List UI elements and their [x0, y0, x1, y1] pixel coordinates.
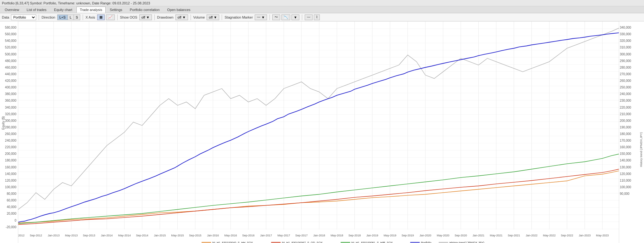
tab-trade-analysis[interactable]: Trade analysis — [76, 7, 106, 13]
direction-l-btn[interactable]: L — [68, 15, 74, 20]
separator-2 — [83, 14, 83, 20]
data-label: Data — [2, 15, 9, 19]
tab-settings[interactable]: Settings — [106, 7, 126, 13]
nav-tabs: Overview List of trades Equity chart Tra… — [0, 6, 644, 13]
y-right-label: 230,000 — [620, 99, 631, 102]
svg-text:Jan-2017: Jan-2017 — [260, 234, 272, 237]
y-left-label: 460,000 — [0, 66, 16, 69]
y-left-label: 120,000 — [0, 179, 16, 182]
separator-6 — [222, 14, 222, 20]
drawdown-btn[interactable]: off ▼ — [175, 14, 188, 20]
x-axis-label: X Axis — [86, 15, 95, 19]
svg-text:Sep-2022: Sep-2022 — [561, 234, 573, 237]
y-left-label: 20,000 — [0, 212, 16, 215]
separator-3 — [117, 14, 118, 20]
svg-text:Sep-2016: Sep-2016 — [242, 234, 254, 237]
svg-text:NI_H1_830100081_S_HIR_SQX: NI_H1_830100081_S_HIR_SQX — [352, 241, 393, 243]
tab-list-of-trades[interactable]: List of trades — [23, 7, 50, 13]
svg-rect-1 — [18, 21, 619, 229]
y-left-label: 260,000 — [0, 132, 16, 136]
y-left-label: 360,000 — [0, 99, 16, 102]
y-left-label: 560,000 — [0, 32, 16, 36]
y-left-label: 100,000 — [0, 185, 16, 189]
chart-type-btn-3[interactable]: ▼ — [291, 14, 299, 20]
chart-container: Equity ($) 580,000560,000540,000520,0005… — [0, 21, 644, 243]
y-right-label: 330,000 — [620, 32, 631, 36]
toolbar: Data Portfolio Direction L+S L S X Axis … — [0, 13, 644, 21]
direction-s-btn[interactable]: S — [74, 15, 80, 20]
y-axis-right-title: History trend (JPNIDX,JPY) — [640, 132, 643, 167]
y-right-label: 220,000 — [620, 106, 631, 109]
y-left-label: 540,000 — [0, 39, 16, 42]
direction-ls-btn[interactable]: L+S — [58, 15, 68, 20]
svg-text:Jan-2020: Jan-2020 — [419, 234, 431, 237]
svg-text:Jan-2023: Jan-2023 — [579, 234, 591, 237]
x-axis-btn-2[interactable]: 📈 — [106, 14, 115, 20]
svg-text:Sep-2013: Sep-2013 — [83, 234, 95, 237]
y-right-label: 340,000 — [620, 26, 631, 29]
svg-text:Sep-2017: Sep-2017 — [295, 234, 308, 237]
chart-type-btn-1[interactable]: 〜 — [272, 14, 280, 20]
tab-open-balances[interactable]: Open balances — [164, 7, 194, 13]
stagnation-btn[interactable]: 〰 ▼ — [255, 14, 267, 20]
svg-text:May-2014: May-2014 — [118, 234, 131, 237]
svg-text:Jan-2019: Jan-2019 — [366, 234, 378, 237]
y-right-label: 250,000 — [620, 86, 631, 89]
svg-text:May-2015: May-2015 — [171, 234, 184, 237]
y-right-label: 110,000 — [620, 179, 631, 182]
direction-group: L+S L S — [57, 14, 80, 20]
chart-type-btn-4[interactable]: 〰 — [305, 14, 313, 20]
data-select[interactable]: Portfolio — [11, 14, 36, 20]
y-right-label: 300,000 — [620, 53, 631, 56]
svg-text:May-2020: May-2020 — [437, 234, 449, 237]
svg-text:Sep-2012: Sep-2012 — [30, 234, 42, 237]
y-left-label: 180,000 — [0, 159, 16, 162]
svg-text:Sep-2015: Sep-2015 — [189, 234, 201, 237]
y-right-label: 180,000 — [620, 132, 631, 136]
svg-text:NI_H1_830100040_S_HH_SQX: NI_H1_830100040_S_HH_SQX — [212, 241, 253, 243]
y-left-label: 420,000 — [0, 79, 16, 82]
y-right-label: 280,000 — [620, 66, 631, 69]
y-right-label: 130,000 — [620, 166, 631, 169]
y-left-label: 400,000 — [0, 86, 16, 89]
y-left-label: 240,000 — [0, 139, 16, 142]
svg-text:May-2012: May-2012 — [18, 234, 25, 237]
volume-btn[interactable]: off ▼ — [207, 14, 219, 20]
y-right-label: 210,000 — [620, 112, 631, 116]
y-left-label: 60,000 — [0, 199, 16, 202]
svg-text:May-2023: May-2023 — [596, 234, 609, 237]
svg-text:Jan-2022: Jan-2022 — [526, 234, 538, 237]
y-right-label: 120,000 — [620, 172, 631, 176]
tab-overview[interactable]: Overview — [1, 7, 23, 13]
y-axis-right: 340,000330,000320,000310,000300,000290,0… — [619, 21, 644, 243]
y-left-label: 580,000 — [0, 26, 16, 29]
y-right-label: 100,000 — [620, 185, 631, 189]
y-left-label: 520,000 — [0, 46, 16, 49]
chart-type-btn-5[interactable]: ⌇ — [314, 14, 320, 20]
y-right-label: 160,000 — [620, 145, 631, 149]
y-left-label: 380,000 — [0, 92, 16, 96]
show-oos-label: Show OOS — [120, 15, 137, 19]
y-right-label: 310,000 — [620, 46, 631, 49]
chart-type-btn-2[interactable]: 📉 — [281, 14, 290, 20]
y-right-label: 190,000 — [620, 126, 631, 129]
svg-text:Jan-2015: Jan-2015 — [154, 234, 166, 237]
tab-equity-chart[interactable]: Equity chart — [51, 7, 76, 13]
y-right-label: 140,000 — [620, 159, 631, 162]
y-left-label: 160,000 — [0, 166, 16, 169]
svg-text:NI_H1_830100067_S_OD_SQX: NI_H1_830100067_S_OD_SQX — [282, 241, 323, 243]
y-right-label: 290,000 — [620, 59, 631, 63]
svg-text:May-2021: May-2021 — [490, 234, 502, 237]
svg-text:May-2016: May-2016 — [224, 234, 237, 237]
tab-portfolio-correlation[interactable]: Portfolio correlation — [126, 7, 163, 13]
separator-1 — [39, 14, 39, 20]
svg-text:May-2018: May-2018 — [330, 234, 343, 237]
drawdown-label: Drawdown — [157, 15, 174, 19]
x-axis-btn-1[interactable]: ▦ — [97, 14, 105, 20]
y-left-label: 480,000 — [0, 59, 16, 63]
direction-label: Direction — [42, 15, 55, 19]
y-right-label: 170,000 — [620, 139, 631, 142]
chart-main[interactable]: May-2012 Sep-2012 Jan-2013 May-2013 Sep-… — [18, 21, 619, 243]
show-oos-btn[interactable]: off ▼ — [139, 14, 152, 20]
chart-svg: May-2012 Sep-2012 Jan-2013 May-2013 Sep-… — [18, 21, 619, 243]
